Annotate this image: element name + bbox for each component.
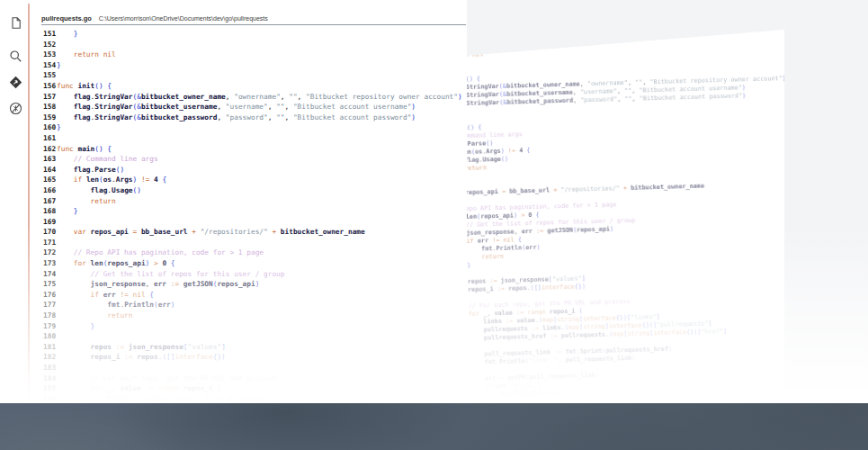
file-icon[interactable] bbox=[9, 16, 22, 30]
code-line: 182 repos_i := repos.([]interface{}) bbox=[29, 352, 467, 363]
code-line: 154} bbox=[29, 60, 467, 71]
line-number: 172 bbox=[29, 248, 57, 258]
line-number: 162 bbox=[29, 144, 57, 155]
code-line: 162func main() { bbox=[29, 144, 467, 155]
code-line: 179 } bbox=[29, 321, 467, 332]
line-number: 179 bbox=[29, 321, 57, 332]
code-line: 170 var repos_api = bb_base_url + "/repo… bbox=[29, 227, 467, 238]
code-line: 173 for len(repos_api) > 0 { bbox=[29, 258, 467, 269]
line-number: 161 bbox=[29, 133, 57, 144]
line-number: 186 bbox=[29, 394, 57, 403]
activity-bar bbox=[0, 0, 28, 403]
code-line: 183 bbox=[29, 363, 467, 374]
line-number: 177 bbox=[29, 300, 57, 310]
line-number: 151 bbox=[29, 29, 57, 40]
search-icon[interactable] bbox=[9, 50, 22, 63]
code-line: 171 bbox=[29, 238, 467, 248]
line-number: 185 bbox=[29, 383, 57, 394]
code-line: 157 flag.StringVar(&bitbucket_owner_name… bbox=[29, 92, 467, 103]
code-line: 176 if err != nil { bbox=[29, 290, 467, 301]
code-line: 168 } bbox=[29, 206, 467, 217]
code-line: 152 bbox=[29, 40, 467, 50]
hero-image: return nil} func init() { flag.StringVar… bbox=[0, 0, 868, 450]
line-number: 173 bbox=[29, 258, 57, 269]
line-number: 180 bbox=[29, 331, 57, 342]
code-line: 151 } bbox=[29, 29, 467, 40]
code-line: 166 flag.Usage() bbox=[29, 185, 467, 196]
line-number: 154 bbox=[29, 60, 57, 71]
line-number: 158 bbox=[29, 102, 57, 112]
code-line: 177 fmt.Println(err) bbox=[29, 300, 467, 310]
line-number: 169 bbox=[29, 217, 57, 228]
line-number: 175 bbox=[29, 279, 57, 290]
tab-filepath: C:\Users\morrison\OneDrive\Documents\dev… bbox=[99, 15, 268, 22]
line-number: 152 bbox=[29, 40, 57, 50]
code-line: 165 if len(os.Args) != 4 { bbox=[29, 175, 467, 185]
line-number: 160 bbox=[29, 122, 57, 133]
diamond-git-icon[interactable] bbox=[9, 76, 22, 89]
code-line: 178 return bbox=[29, 310, 467, 321]
code-line: 156func init() { bbox=[29, 81, 467, 92]
line-number: 182 bbox=[29, 352, 57, 363]
editor-window: pullrequests.goC:\Users\morrison\OneDriv… bbox=[0, 0, 467, 403]
line-number: 168 bbox=[29, 206, 57, 217]
code-line: 174 // Get the list of repos for this us… bbox=[29, 269, 467, 280]
line-number: 176 bbox=[29, 290, 57, 301]
line-number: 167 bbox=[29, 196, 57, 207]
code-line: 172 // Repo API has pagination, code for… bbox=[29, 248, 467, 258]
hero-backdrop: return nil} func init() { flag.StringVar… bbox=[0, 0, 868, 403]
tab-underline bbox=[41, 24, 466, 25]
code-line: 164 flag.Parse() bbox=[29, 165, 467, 176]
editor-tab[interactable]: pullrequests.goC:\Users\morrison\OneDriv… bbox=[41, 8, 268, 24]
code-line: 163 // Command line args bbox=[29, 154, 467, 165]
code-line: 184 // For each repo, get the PR URL and… bbox=[29, 374, 467, 384]
line-number: 159 bbox=[29, 112, 57, 123]
code-line: 180 bbox=[29, 331, 467, 342]
ghost-code: return nil} func init() { flag.StringVar… bbox=[432, 42, 795, 400]
line-number: 165 bbox=[29, 175, 57, 185]
line-number: 178 bbox=[29, 310, 57, 321]
code-line: 167 return bbox=[29, 196, 467, 207]
blurred-desk-background bbox=[0, 403, 868, 450]
code-line: 160} bbox=[29, 122, 467, 133]
code-line: 158 flag.StringVar(&bitbucket_username, … bbox=[29, 102, 467, 112]
code-line: 169 bbox=[29, 217, 467, 228]
code-line: 186 links := value.(map[string]interface… bbox=[29, 394, 467, 403]
code-line: 159 flag.StringVar(&bitbucket_password, … bbox=[29, 112, 467, 123]
line-number: 174 bbox=[29, 269, 57, 280]
line-number: 171 bbox=[29, 238, 57, 248]
line-number: 170 bbox=[29, 227, 57, 238]
line-number: 183 bbox=[29, 363, 57, 374]
line-number: 164 bbox=[29, 165, 57, 176]
line-number: 155 bbox=[29, 70, 57, 81]
line-number: 156 bbox=[29, 81, 57, 92]
code-area[interactable]: 151 }152 153 return nil154}155 156func i… bbox=[29, 29, 467, 403]
code-line: 185 for _, value := range repos_i { bbox=[29, 383, 467, 394]
code-line: 181 repos := json_response["values"] bbox=[29, 342, 467, 353]
tilted-code-paper: return nil} func init() { flag.StringVar… bbox=[450, 0, 784, 403]
code-line: 175 json_response, err := getJSON(repos_… bbox=[29, 279, 467, 290]
code-line: 153 return nil bbox=[29, 50, 467, 60]
code-line: 155 bbox=[29, 70, 467, 81]
debug-disabled-icon[interactable] bbox=[9, 102, 22, 115]
line-number: 163 bbox=[29, 154, 57, 165]
code-line: 161 bbox=[29, 133, 467, 144]
line-number: 184 bbox=[29, 374, 57, 384]
tab-filename: pullrequests.go bbox=[41, 14, 92, 22]
line-number: 166 bbox=[29, 185, 57, 196]
line-number: 181 bbox=[29, 342, 57, 353]
line-number: 157 bbox=[29, 92, 57, 103]
line-number: 153 bbox=[29, 50, 57, 60]
